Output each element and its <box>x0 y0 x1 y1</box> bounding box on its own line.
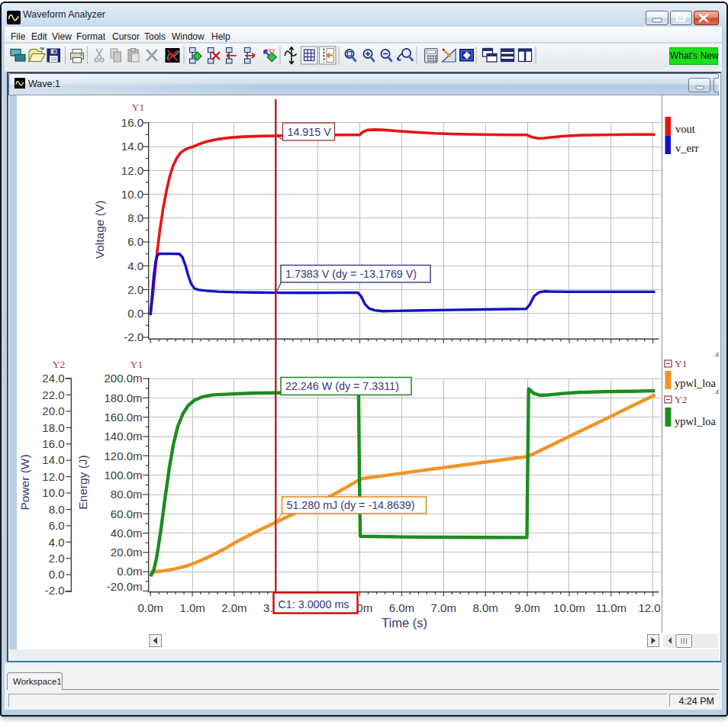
svg-text:2.0: 2.0 <box>127 283 143 296</box>
svg-text:Y2: Y2 <box>53 359 66 370</box>
svg-text:-2.0: -2.0 <box>124 330 143 343</box>
svg-text:22.246 W (dy = 7.3311): 22.246 W (dy = 7.3311) <box>285 380 399 392</box>
svg-text:12.0: 12.0 <box>121 164 143 177</box>
svg-text:12.0: 12.0 <box>42 470 64 483</box>
svg-text:200.0m: 200.0m <box>104 372 142 385</box>
svg-text:80.0m: 80.0m <box>111 488 143 501</box>
svg-text:7.0m: 7.0m <box>431 601 456 614</box>
svg-text:16.0: 16.0 <box>42 437 64 450</box>
svg-text:0.0: 0.0 <box>127 307 143 320</box>
svg-text:0.0m: 0.0m <box>117 565 142 578</box>
svg-text:20.0m: 20.0m <box>111 546 143 559</box>
svg-text:14.0: 14.0 <box>42 453 64 466</box>
svg-text:2.0: 2.0 <box>49 552 65 565</box>
svg-text:8.0m: 8.0m <box>473 601 498 614</box>
svg-text:Y1: Y1 <box>130 359 143 370</box>
svg-text:C1: 3.0000 ms: C1: 3.0000 ms <box>279 598 350 610</box>
svg-text:9.0m: 9.0m <box>514 601 540 614</box>
svg-text:6.0: 6.0 <box>127 235 143 248</box>
svg-text:0.0m: 0.0m <box>138 601 163 614</box>
svg-text:10.0: 10.0 <box>42 486 64 499</box>
svg-text:Voltage (V): Voltage (V) <box>93 201 106 259</box>
svg-text:0.0: 0.0 <box>49 568 65 581</box>
svg-text:1.7383 V (dy = -13.1769 V): 1.7383 V (dy = -13.1769 V) <box>285 268 417 280</box>
svg-text:18.0: 18.0 <box>42 421 64 434</box>
svg-text:120.0m: 120.0m <box>104 449 142 462</box>
svg-text:ypwl_loa: ypwl_loa <box>675 377 717 389</box>
svg-text:12.0: 12.0 <box>638 601 660 614</box>
svg-text:.c: .c <box>714 349 719 358</box>
svg-text:v_err: v_err <box>675 142 699 154</box>
svg-text:11.0m: 11.0m <box>596 601 627 614</box>
svg-text:8.0: 8.0 <box>49 503 65 516</box>
svg-text:1.0m: 1.0m <box>179 601 205 614</box>
svg-text:4.0: 4.0 <box>49 536 65 549</box>
svg-text:140.0m: 140.0m <box>104 430 142 443</box>
svg-text:Time (s): Time (s) <box>382 616 427 630</box>
svg-text:Power (W): Power (W) <box>18 454 31 510</box>
svg-text:20.0: 20.0 <box>42 404 64 417</box>
svg-text:22.0: 22.0 <box>42 388 64 401</box>
svg-text:Y1: Y1 <box>675 358 688 369</box>
svg-text:40.0m: 40.0m <box>111 527 143 540</box>
svg-text:ypwl_loa: ypwl_loa <box>675 415 717 427</box>
svg-text:14.0: 14.0 <box>121 140 143 153</box>
svg-text:6.0m: 6.0m <box>389 601 414 614</box>
svg-text:16.0: 16.0 <box>121 116 143 129</box>
svg-text:51.280 mJ (dy = -14.8639): 51.280 mJ (dy = -14.8639) <box>287 499 415 511</box>
svg-text:10.0: 10.0 <box>121 188 143 201</box>
svg-text:2.0m: 2.0m <box>221 601 246 614</box>
svg-text:100.0m: 100.0m <box>104 469 142 482</box>
svg-text:Y2: Y2 <box>675 394 688 405</box>
svg-text:180.0m: 180.0m <box>104 391 142 404</box>
svg-text:60.0m: 60.0m <box>111 507 143 520</box>
svg-text:-20.0m: -20.0m <box>107 580 143 593</box>
svg-text:10.0m: 10.0m <box>553 601 585 614</box>
svg-text:14.915 V: 14.915 V <box>288 126 332 138</box>
svg-text:-2.0: -2.0 <box>45 584 65 597</box>
svg-text:24.0: 24.0 <box>42 372 64 385</box>
svg-text:160.0m: 160.0m <box>104 411 142 424</box>
svg-text:vout: vout <box>675 123 695 135</box>
svg-text:Energy (J): Energy (J) <box>76 455 89 510</box>
svg-text:Y1: Y1 <box>132 101 145 113</box>
svg-text:8.0: 8.0 <box>127 211 143 224</box>
svg-text:6.0: 6.0 <box>49 519 65 532</box>
svg-text:.c: .c <box>714 386 719 395</box>
svg-text:4.0: 4.0 <box>127 259 143 272</box>
